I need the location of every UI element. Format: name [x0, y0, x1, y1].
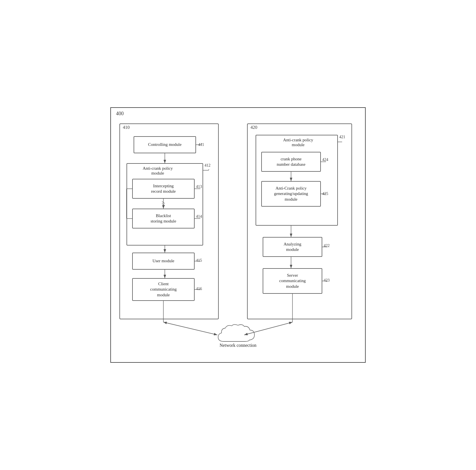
module-421-outer [256, 135, 338, 226]
ref-412: 412 [205, 163, 210, 168]
module-424: crank phone number database [261, 152, 321, 172]
label-420: 420 [250, 125, 257, 130]
svg-line-27 [163, 322, 217, 335]
svg-line-30 [163, 322, 217, 335]
diagram-wrapper: 400 410 420 Controlling module 411 412 A… [110, 107, 366, 363]
ref-423: 423 [324, 278, 330, 283]
ref-422: 422 [324, 244, 330, 248]
module-416: Client communicating module [132, 278, 195, 301]
ref-416: 416 [196, 287, 202, 291]
ref-424: 424 [322, 158, 328, 162]
label-421: Anti-crank policy module [278, 138, 318, 147]
ref-414: 414 [196, 214, 202, 219]
ref-415: 415 [196, 258, 202, 263]
module-411: Controlling module [134, 136, 196, 153]
ref-425: 425 [322, 192, 328, 196]
ref-411: 411 [198, 142, 204, 147]
module-414: Blacklist storing module [132, 209, 195, 228]
ref-421: 421 [339, 135, 345, 139]
label-410: 410 [123, 125, 130, 130]
module-422: Analyzing module [263, 237, 322, 257]
module-415: User module [132, 253, 195, 270]
label-412: Anti-crank policy module [139, 166, 176, 176]
ref-413: 413 [196, 184, 202, 189]
module-425: Anti-Crank policy generating/updating mo… [261, 181, 321, 207]
module-413: Intercepting record module [132, 179, 195, 199]
network-connection: Network connection [215, 323, 261, 348]
network-label: Network connection [220, 343, 256, 348]
label-400: 400 [116, 111, 124, 117]
module-423: Server communicating module [263, 268, 322, 294]
